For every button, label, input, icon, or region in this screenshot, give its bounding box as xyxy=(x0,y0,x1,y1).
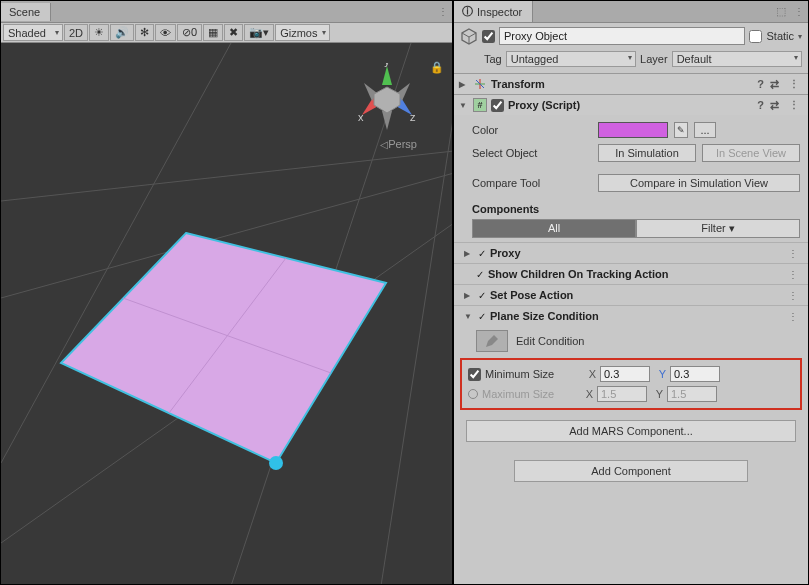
min-size-label: Minimum Size xyxy=(485,368,580,380)
foldout-icon: ▼ xyxy=(459,101,469,110)
proxy-enabled-checkbox[interactable] xyxy=(491,99,504,112)
svg-text:z: z xyxy=(410,111,416,123)
static-dropdown-icon[interactable]: ▾ xyxy=(798,32,802,41)
sub-menu-icon[interactable]: ⋮ xyxy=(784,269,802,280)
color-field[interactable] xyxy=(598,122,668,138)
tag-value: Untagged xyxy=(511,53,559,65)
gizmos-dropdown[interactable]: Gizmos xyxy=(275,24,330,41)
2d-toggle[interactable]: 2D xyxy=(64,24,88,41)
inspector-tab[interactable]: ⓘ Inspector xyxy=(454,1,533,22)
inspector-body: Static ▾ Tag Untagged Layer Default ▶ Tr… xyxy=(454,23,808,584)
foldout-icon: ▶ xyxy=(459,80,469,89)
component-menu-icon[interactable]: ⋮ xyxy=(785,99,803,112)
proxy-component: ▼ # Proxy (Script) ? ⇄ ⋮ Color ✎ ... xyxy=(454,94,808,442)
scene-toolbar: Shaded 2D ☀ 🔊 ✻ 👁 ⊘0 ▦ ✖ 📷▾ Gizmos xyxy=(1,23,452,43)
color-extra-button[interactable]: ... xyxy=(694,122,716,138)
max-size-toggle[interactable] xyxy=(468,389,478,399)
tag-layer-row: Tag Untagged Layer Default xyxy=(454,49,808,73)
sub-show-children-row[interactable]: Show Children On Tracking Action ⋮ xyxy=(454,263,808,284)
min-x-input[interactable] xyxy=(600,366,650,382)
compare-button[interactable]: Compare in Simulation View xyxy=(598,174,800,192)
proxy-header[interactable]: ▼ # Proxy (Script) ? ⇄ ⋮ xyxy=(454,95,808,115)
scene-viewport[interactable]: y x z 🔒 ◁Persp xyxy=(1,43,452,584)
svg-marker-15 xyxy=(374,87,400,113)
object-header: Static ▾ xyxy=(454,23,808,49)
inspector-tab-bar: ⓘ Inspector ⬚ ⋮ xyxy=(454,1,808,23)
sub-plane-size-row[interactable]: ▼ Plane Size Condition ⋮ xyxy=(454,305,808,326)
scene-tab[interactable]: Scene xyxy=(1,3,51,21)
lighting-toggle-icon[interactable]: ☀ xyxy=(89,24,109,41)
scene-vis-icon[interactable]: 👁 xyxy=(155,24,176,41)
in-simulation-button[interactable]: In Simulation xyxy=(598,144,696,162)
plane-object[interactable] xyxy=(51,223,411,503)
static-checkbox[interactable] xyxy=(749,30,762,43)
preset-icon[interactable]: ⇄ xyxy=(770,78,779,91)
transform-header[interactable]: ▶ Transform ? ⇄ ⋮ xyxy=(454,74,808,94)
select-object-label: Select Object xyxy=(472,147,592,159)
shading-mode-label: Shaded xyxy=(8,27,46,39)
grid-toggle-icon[interactable]: ▦ xyxy=(203,24,223,41)
layer-dropdown[interactable]: Default xyxy=(672,51,802,67)
transform-label: Transform xyxy=(491,78,545,90)
plane-handle[interactable] xyxy=(269,456,283,470)
min-size-toggle[interactable] xyxy=(468,368,481,381)
sub-set-pose-row[interactable]: ▶ Set Pose Action ⋮ xyxy=(454,284,808,305)
orientation-gizmo[interactable]: y x z xyxy=(352,63,422,133)
checkmark-icon xyxy=(478,289,486,301)
layer-value: Default xyxy=(677,53,712,65)
preset-icon[interactable]: ⇄ xyxy=(770,99,779,112)
sub-menu-icon[interactable]: ⋮ xyxy=(784,290,802,301)
help-icon[interactable]: ? xyxy=(757,78,764,91)
svg-marker-9 xyxy=(382,66,392,85)
persp-label[interactable]: ◁Persp xyxy=(380,138,417,150)
shading-mode-dropdown[interactable]: Shaded xyxy=(3,24,63,41)
size-condition-box: Minimum Size X Y Maximum Size X Y xyxy=(460,358,802,410)
fx-toggle-icon[interactable]: ✻ xyxy=(135,24,154,41)
sub-menu-icon[interactable]: ⋮ xyxy=(784,311,802,322)
scene-tab-bar: Scene ⋮ xyxy=(1,1,452,23)
x-label: X xyxy=(581,388,593,400)
tools-icon[interactable]: ✖ xyxy=(224,24,243,41)
max-y-input xyxy=(667,386,717,402)
tag-dropdown[interactable]: Untagged xyxy=(506,51,636,67)
component-menu-icon[interactable]: ⋮ xyxy=(785,78,803,91)
gizmos-label: Gizmos xyxy=(280,27,317,39)
edit-condition-row: Edit Condition xyxy=(454,326,808,358)
edit-condition-label: Edit Condition xyxy=(516,335,585,347)
inspector-menu-icon[interactable]: ⋮ xyxy=(790,6,808,17)
all-segment[interactable]: All xyxy=(472,219,636,238)
min-size-row: Minimum Size X Y xyxy=(468,364,794,384)
min-y-input[interactable] xyxy=(670,366,720,382)
in-scene-view-button[interactable]: In Scene View xyxy=(702,144,800,162)
camera-icon[interactable]: 📷▾ xyxy=(244,24,274,41)
gameobject-icon[interactable] xyxy=(460,27,478,45)
add-mars-component-button[interactable]: Add MARS Component... xyxy=(466,420,796,442)
hidden-count-icon[interactable]: ⊘0 xyxy=(177,24,202,41)
eyedropper-icon[interactable]: ✎ xyxy=(674,122,688,138)
lock-icon[interactable]: ⬚ xyxy=(772,5,790,18)
svg-line-0 xyxy=(1,151,452,201)
audio-toggle-icon[interactable]: 🔊 xyxy=(110,24,134,41)
svg-line-21 xyxy=(469,33,476,37)
sub-proxy-row[interactable]: ▶ Proxy ⋮ xyxy=(454,242,808,263)
color-label: Color xyxy=(472,124,592,136)
y-label: Y xyxy=(651,388,663,400)
gizmo-lock-icon[interactable]: 🔒 xyxy=(430,61,444,74)
proxy-label: Proxy (Script) xyxy=(508,99,580,111)
inspector-panel: ⓘ Inspector ⬚ ⋮ Static ▾ Tag Untagged La… xyxy=(453,0,809,585)
checkmark-icon xyxy=(476,268,484,280)
scene-menu-icon[interactable]: ⋮ xyxy=(434,6,452,17)
transform-icon xyxy=(473,77,487,91)
script-icon: # xyxy=(473,98,487,112)
object-name-input[interactable] xyxy=(499,27,745,45)
edit-condition-button[interactable] xyxy=(476,330,508,352)
help-icon[interactable]: ? xyxy=(757,99,764,112)
components-filter-segment: All Filter ▾ xyxy=(472,219,800,238)
filter-segment[interactable]: Filter ▾ xyxy=(636,219,800,238)
max-x-input xyxy=(597,386,647,402)
sub-menu-icon[interactable]: ⋮ xyxy=(784,248,802,259)
max-size-label: Maximum Size xyxy=(482,388,577,400)
x-label: X xyxy=(584,368,596,380)
active-checkbox[interactable] xyxy=(482,30,495,43)
add-component-button[interactable]: Add Component xyxy=(514,460,748,482)
